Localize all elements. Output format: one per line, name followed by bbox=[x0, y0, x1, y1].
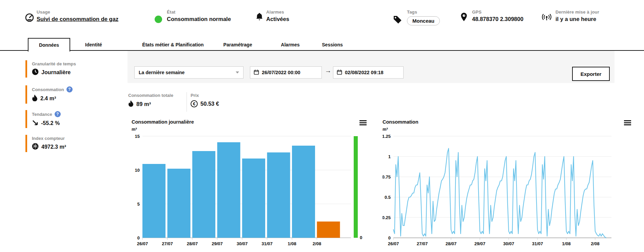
svg-text:29/07: 29/07 bbox=[474, 241, 486, 246]
svg-text:2/08: 2/08 bbox=[313, 241, 321, 246]
bar-chart-unit: m³ bbox=[132, 127, 137, 132]
line-chart: 00.250.50.7511.2526/0727/0728/0729/0730/… bbox=[383, 132, 620, 252]
tags-block: Tags Monceau bbox=[407, 9, 440, 25]
svg-text:31/07: 31/07 bbox=[261, 241, 273, 246]
svg-text:27/07: 27/07 bbox=[162, 241, 173, 246]
date-from-value: 26/07/2022 00:00 bbox=[262, 70, 300, 75]
svg-text:30/07: 30/07 bbox=[237, 241, 248, 246]
svg-text:26/07: 26/07 bbox=[137, 241, 148, 246]
gps-value: 48.878370 2.309800 bbox=[472, 16, 523, 22]
svg-text:0.75: 0.75 bbox=[383, 174, 391, 180]
date-from-input[interactable]: 26/07/2022 00:00 bbox=[250, 66, 322, 79]
arrow-right-icon: → bbox=[325, 67, 331, 75]
date-to-value: 02/08/2022 09:18 bbox=[345, 70, 384, 75]
gps-pin-icon bbox=[460, 12, 468, 24]
alarmes-block: Alarmes Activées bbox=[266, 9, 289, 22]
line-chart-title: Consommation bbox=[383, 119, 418, 125]
calendar-icon bbox=[254, 69, 259, 76]
period-select[interactable]: La dernière semaine bbox=[134, 66, 243, 79]
sidebar-card-granularite: Granularité de temps Journalière bbox=[25, 60, 122, 78]
granularite-label: Granularité de temps bbox=[32, 61, 122, 66]
kpi-total-value: 89 m³ bbox=[136, 101, 151, 107]
index-value: 4972.3 m³ bbox=[41, 144, 66, 150]
bar-chart-title: Consommation journalière bbox=[132, 119, 194, 125]
svg-text:28/07: 28/07 bbox=[446, 241, 457, 246]
svg-text:10: 10 bbox=[135, 168, 140, 173]
gps-label: GPS bbox=[472, 9, 523, 15]
calendar-icon bbox=[337, 69, 342, 76]
svg-text:0.5: 0.5 bbox=[385, 195, 391, 200]
flame-icon bbox=[128, 100, 134, 108]
tendance-value: -55.2 % bbox=[41, 120, 60, 126]
meter-icon bbox=[32, 143, 39, 151]
kpi-prix: Prix € 50.53 € bbox=[191, 93, 219, 107]
svg-text:31/07: 31/07 bbox=[532, 241, 543, 246]
svg-text:0: 0 bbox=[360, 235, 362, 240]
tag-chip[interactable]: Monceau bbox=[407, 16, 440, 25]
tab-identite[interactable]: Identité bbox=[85, 42, 102, 47]
device-dashboard: Usage Suivi de consommation de gaz État … bbox=[0, 0, 644, 252]
trend-down-icon bbox=[32, 119, 38, 127]
svg-text:29/07: 29/07 bbox=[212, 241, 223, 246]
usage-label: Usage bbox=[37, 9, 118, 15]
flame-icon bbox=[32, 94, 38, 103]
bell-icon bbox=[255, 12, 264, 23]
svg-text:1: 1 bbox=[388, 154, 391, 159]
euro-icon: € bbox=[191, 100, 198, 107]
kpi-divider bbox=[187, 92, 187, 112]
tags-label: Tags bbox=[407, 9, 440, 15]
tab-donnees[interactable]: Données bbox=[28, 38, 70, 51]
last-update-block: Dernière mise à jour il y a une heure bbox=[555, 9, 599, 22]
usage-link[interactable]: Suivi de consommation de gaz bbox=[37, 16, 118, 22]
gps-block: GPS 48.878370 2.309800 bbox=[472, 9, 523, 22]
alarmes-label: Alarmes bbox=[266, 9, 289, 15]
svg-text:28/07: 28/07 bbox=[187, 241, 198, 246]
kpi-prix-label: Prix bbox=[191, 93, 219, 98]
tab-parametrage[interactable]: Paramétrage bbox=[223, 42, 252, 47]
etat-label: État bbox=[167, 9, 231, 15]
etat-value: Consommation normale bbox=[167, 16, 231, 22]
svg-text:5: 5 bbox=[137, 202, 140, 207]
svg-text:0: 0 bbox=[388, 235, 391, 240]
last-update-value: il y a une heure bbox=[555, 16, 599, 22]
bar-chart-menu-icon[interactable] bbox=[359, 120, 367, 126]
usage-gauge-icon bbox=[25, 13, 34, 24]
kpi-total: Consommation totale 89 m³ bbox=[128, 93, 173, 108]
tab-etats-metier-planification[interactable]: États métier & Planification bbox=[142, 42, 203, 47]
tab-sessions[interactable]: Sessions bbox=[322, 42, 343, 47]
kpi-total-label: Consommation totale bbox=[128, 93, 173, 98]
tab-alarmes[interactable]: Alarmes bbox=[281, 42, 299, 47]
chevron-down-icon bbox=[236, 71, 239, 74]
svg-text:27/07: 27/07 bbox=[417, 241, 428, 246]
antenna-icon bbox=[541, 14, 552, 24]
svg-text:1/08: 1/08 bbox=[562, 241, 570, 246]
consommation-label: Consommation bbox=[32, 87, 64, 92]
sidebar-card-consommation: Consommation ? 2.4 m³ bbox=[25, 85, 122, 104]
export-button[interactable]: Exporter bbox=[572, 67, 610, 81]
etat-block: État Consommation normale bbox=[167, 9, 231, 22]
tag-icon bbox=[393, 15, 402, 26]
kpi-prix-value: 50.53 € bbox=[200, 101, 219, 107]
svg-text:0: 0 bbox=[137, 235, 140, 240]
line-chart-unit: m³ bbox=[383, 127, 388, 132]
svg-text:30/07: 30/07 bbox=[503, 241, 514, 246]
tendance-help-icon[interactable]: ? bbox=[55, 111, 61, 117]
sidebar-card-index: Index compteur 4972.3 m³ bbox=[25, 135, 122, 152]
alarmes-value: Activées bbox=[266, 16, 289, 22]
svg-text:15: 15 bbox=[135, 134, 140, 139]
tendance-label: Tendance bbox=[32, 112, 52, 117]
date-to-input[interactable]: 02/08/2022 09:18 bbox=[333, 66, 404, 79]
line-chart-menu-icon[interactable] bbox=[624, 120, 631, 126]
svg-text:1/08: 1/08 bbox=[288, 241, 296, 246]
period-select-value: La dernière semaine bbox=[139, 70, 184, 75]
status-dot bbox=[155, 16, 162, 23]
consommation-help-icon[interactable]: ? bbox=[66, 86, 73, 92]
svg-text:0.25: 0.25 bbox=[383, 215, 391, 220]
svg-text:1.25: 1.25 bbox=[383, 134, 391, 139]
svg-text:2/08: 2/08 bbox=[591, 241, 599, 246]
last-update-label: Dernière mise à jour bbox=[555, 9, 599, 15]
clock-icon bbox=[32, 68, 39, 77]
index-label: Index compteur bbox=[32, 136, 122, 141]
svg-text:26/07: 26/07 bbox=[388, 241, 399, 246]
granularite-value: Journalière bbox=[41, 69, 71, 76]
